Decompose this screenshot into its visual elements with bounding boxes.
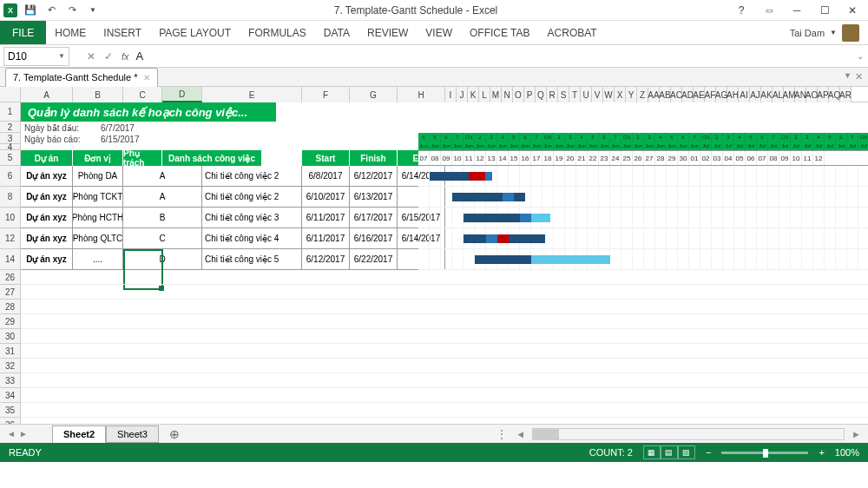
col-header-A[interactable]: A bbox=[21, 87, 73, 102]
col-header-AM[interactable]: AM bbox=[784, 87, 795, 102]
col-header-F[interactable]: F bbox=[302, 87, 350, 102]
col-header-X[interactable]: X bbox=[615, 87, 626, 102]
workbook-tab[interactable]: 7. Template-Gantt Schedule * ✕ bbox=[5, 68, 158, 87]
cell[interactable]: Chi tiết công việc 2 bbox=[202, 166, 302, 186]
save-icon[interactable]: 💾 bbox=[23, 3, 38, 18]
row-header-32[interactable]: 32 bbox=[0, 359, 21, 373]
cell[interactable]: Dự án xyz bbox=[21, 249, 73, 269]
scroll-thumb[interactable] bbox=[533, 429, 559, 439]
col-header-L[interactable]: L bbox=[479, 87, 490, 102]
cell[interactable]: Dự án xyz bbox=[21, 166, 73, 186]
spreadsheet-grid[interactable]: ABCDEFGHIJKLMNOPQRSTUVWXYZAAABACADAEAFAG… bbox=[0, 87, 868, 424]
col-header-I[interactable]: I bbox=[445, 87, 457, 102]
formula-input[interactable]: A bbox=[129, 49, 852, 63]
tab-office-tab[interactable]: OFFICE TAB bbox=[461, 21, 539, 44]
cell[interactable]: Dự án xyz bbox=[21, 187, 73, 207]
sheet-tab-active[interactable]: Sheet2 bbox=[52, 425, 106, 443]
col-header-V[interactable]: V bbox=[592, 87, 603, 102]
col-header-AI[interactable]: AI bbox=[739, 87, 750, 102]
help-icon[interactable]: ? bbox=[731, 2, 752, 19]
col-header-Y[interactable]: Y bbox=[626, 87, 637, 102]
col-header-M[interactable]: M bbox=[490, 87, 502, 102]
col-header-D[interactable]: D bbox=[162, 87, 202, 102]
cell[interactable]: 6/16/2017 bbox=[350, 228, 398, 248]
cell[interactable]: Phòng QLTC bbox=[73, 228, 123, 248]
col-header-AA[interactable]: AA bbox=[648, 87, 660, 102]
table-row[interactable]: Dự án xyzPhòng HCTHBChi tiết công việc 3… bbox=[21, 208, 445, 228]
zoom-in-button[interactable]: + bbox=[819, 447, 824, 458]
maximize-button[interactable]: ☐ bbox=[814, 2, 835, 19]
cell[interactable]: .... bbox=[73, 249, 123, 269]
col-header-AB[interactable]: AB bbox=[660, 87, 671, 102]
minimize-button[interactable]: ─ bbox=[786, 2, 807, 19]
col-header-H[interactable]: H bbox=[398, 87, 445, 102]
row-header-12[interactable]: 12 bbox=[0, 228, 21, 249]
col-header-AR[interactable]: AR bbox=[840, 87, 852, 102]
tab-insert[interactable]: INSERT bbox=[95, 21, 150, 44]
row-header-27[interactable]: 27 bbox=[0, 285, 21, 300]
row-header-33[interactable]: 33 bbox=[0, 373, 21, 388]
cell[interactable]: B bbox=[123, 208, 202, 228]
row-header-6[interactable]: 6 bbox=[0, 166, 21, 187]
zoom-thumb[interactable] bbox=[763, 449, 768, 458]
new-sheet-button[interactable]: ⊕ bbox=[164, 427, 185, 441]
cell[interactable]: Phòng TCKT bbox=[73, 187, 123, 207]
col-header-E[interactable]: E bbox=[202, 87, 302, 102]
cell[interactable]: A bbox=[123, 187, 202, 207]
col-header-B[interactable]: B bbox=[73, 87, 123, 102]
cell[interactable]: Chi tiết công việc 5 bbox=[202, 249, 302, 269]
view-page-layout-button[interactable]: ▤ bbox=[661, 445, 678, 459]
row-header-29[interactable]: 29 bbox=[0, 314, 21, 329]
col-header-K[interactable]: K bbox=[468, 87, 479, 102]
col-header-AD[interactable]: AD bbox=[682, 87, 694, 102]
row-header-30[interactable]: 30 bbox=[0, 329, 21, 344]
cell[interactable]: D bbox=[123, 249, 202, 269]
tab-acrobat[interactable]: ACROBAT bbox=[539, 21, 606, 44]
scroll-right-icon[interactable]: ► bbox=[852, 429, 861, 439]
tab-data[interactable]: DATA bbox=[315, 21, 358, 44]
redo-icon[interactable]: ↷ bbox=[64, 3, 80, 18]
cell[interactable]: 6/10/2017 bbox=[302, 187, 350, 207]
expand-formula-icon[interactable]: ⌄ bbox=[852, 51, 868, 61]
col-header-N[interactable]: N bbox=[502, 87, 513, 102]
cancel-icon[interactable]: ✕ bbox=[83, 49, 99, 64]
close-icon[interactable]: ✕ bbox=[143, 73, 150, 82]
tab-view[interactable]: VIEW bbox=[417, 21, 461, 44]
cell[interactable]: Phòng HCTH bbox=[73, 208, 123, 228]
col-header-AH[interactable]: AH bbox=[727, 87, 739, 102]
col-header-R[interactable]: R bbox=[547, 87, 558, 102]
row-header-1[interactable]: 1 bbox=[0, 102, 21, 122]
cell[interactable]: 6/11/2017 bbox=[302, 208, 350, 228]
cell[interactable]: 6/13/2017 bbox=[350, 187, 398, 207]
col-header-Q[interactable]: Q bbox=[536, 87, 547, 102]
zoom-out-button[interactable]: − bbox=[706, 447, 711, 458]
undo-icon[interactable]: ↶ bbox=[43, 3, 59, 18]
tab-page-layout[interactable]: PAGE LAYOUT bbox=[150, 21, 240, 44]
close-button[interactable]: ✕ bbox=[842, 2, 863, 19]
row-header-10[interactable]: 10 bbox=[0, 208, 21, 228]
row-header-8[interactable]: 8 bbox=[0, 187, 21, 208]
col-header-U[interactable]: U bbox=[581, 87, 592, 102]
view-normal-button[interactable]: ▦ bbox=[643, 445, 661, 459]
chevron-down-icon[interactable]: ▼ bbox=[844, 71, 852, 82]
cell[interactable]: Chi tiết công việc 2 bbox=[202, 187, 302, 207]
col-header-W[interactable]: W bbox=[603, 87, 615, 102]
row-header-26[interactable]: 26 bbox=[0, 270, 21, 285]
col-header-AE[interactable]: AE bbox=[694, 87, 705, 102]
col-header-S[interactable]: S bbox=[558, 87, 569, 102]
sheet-tab-other[interactable]: Sheet3 bbox=[106, 425, 159, 443]
col-header-G[interactable]: G bbox=[350, 87, 398, 102]
col-header-AG[interactable]: AG bbox=[716, 87, 727, 102]
col-header-O[interactable]: O bbox=[513, 87, 524, 102]
col-header-AQ[interactable]: AQ bbox=[829, 87, 840, 102]
table-row[interactable]: Dự án xyzPhòng DAAChi tiết công việc 26/… bbox=[21, 166, 445, 187]
col-header-J[interactable]: J bbox=[457, 87, 468, 102]
ribbon-options-icon[interactable]: ▭ bbox=[759, 2, 779, 19]
sheet-nav-prev[interactable]: ◄ bbox=[7, 429, 16, 439]
qat-dropdown-icon[interactable]: ▼ bbox=[85, 3, 101, 18]
tab-review[interactable]: REVIEW bbox=[358, 21, 417, 44]
table-row[interactable]: Dự án xyzPhòng TCKTAChi tiết công việc 2… bbox=[21, 187, 445, 208]
file-tab[interactable]: FILE bbox=[0, 21, 46, 44]
cell[interactable]: 6/17/2017 bbox=[350, 208, 398, 228]
cell[interactable]: 6/22/2017 bbox=[350, 249, 398, 269]
